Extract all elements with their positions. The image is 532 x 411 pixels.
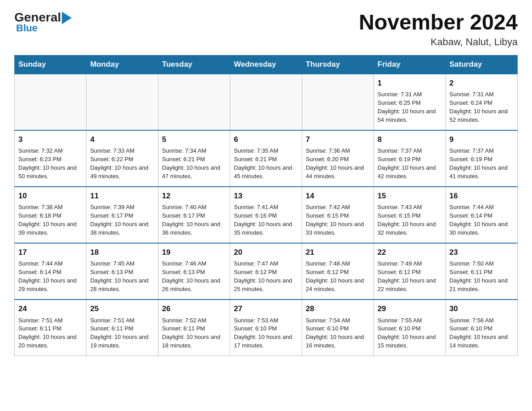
calendar-cell: 1Sunrise: 7:31 AMSunset: 6:25 PMDaylight…	[374, 74, 446, 130]
day-number: 23	[450, 247, 514, 258]
calendar-cell: 8Sunrise: 7:37 AMSunset: 6:19 PMDaylight…	[374, 130, 446, 187]
day-number: 12	[162, 191, 226, 202]
calendar-cell: 14Sunrise: 7:42 AMSunset: 6:15 PMDayligh…	[302, 187, 373, 243]
day-number: 8	[378, 134, 442, 146]
day-number: 13	[234, 191, 298, 202]
weekday-sunday: Sunday	[15, 55, 86, 74]
day-number: 25	[90, 304, 154, 315]
calendar-cell: 13Sunrise: 7:41 AMSunset: 6:16 PMDayligh…	[230, 187, 302, 243]
day-number: 9	[450, 134, 514, 146]
day-info: Sunrise: 7:31 AMSunset: 6:25 PMDaylight:…	[378, 90, 442, 124]
day-number: 21	[306, 247, 370, 258]
calendar-cell: 10Sunrise: 7:38 AMSunset: 6:18 PMDayligh…	[15, 187, 86, 243]
calendar-cell: 11Sunrise: 7:39 AMSunset: 6:17 PMDayligh…	[86, 187, 158, 243]
day-number: 10	[18, 191, 82, 202]
calendar-cell: 25Sunrise: 7:51 AMSunset: 6:11 PMDayligh…	[86, 300, 158, 356]
day-info: Sunrise: 7:34 AMSunset: 6:21 PMDaylight:…	[162, 147, 226, 180]
calendar-cell: 26Sunrise: 7:52 AMSunset: 6:11 PMDayligh…	[158, 300, 230, 356]
day-number: 14	[306, 191, 370, 202]
calendar-cell: 30Sunrise: 7:56 AMSunset: 6:10 PMDayligh…	[446, 300, 517, 356]
day-info: Sunrise: 7:42 AMSunset: 6:15 PMDaylight:…	[306, 203, 370, 237]
day-number: 11	[90, 191, 154, 202]
location-title: Kabaw, Nalut, Libya	[359, 36, 518, 48]
day-info: Sunrise: 7:39 AMSunset: 6:17 PMDaylight:…	[90, 203, 154, 237]
calendar-cell: 19Sunrise: 7:46 AMSunset: 6:13 PMDayligh…	[158, 243, 230, 300]
calendar-cell: 20Sunrise: 7:47 AMSunset: 6:12 PMDayligh…	[230, 243, 302, 300]
day-number: 7	[306, 134, 370, 146]
day-number: 29	[378, 304, 442, 315]
calendar-week-2: 3Sunrise: 7:32 AMSunset: 6:23 PMDaylight…	[15, 130, 518, 187]
day-info: Sunrise: 7:53 AMSunset: 6:10 PMDaylight:…	[234, 317, 298, 350]
day-info: Sunrise: 7:47 AMSunset: 6:12 PMDaylight:…	[234, 260, 298, 293]
day-number: 3	[18, 134, 82, 146]
calendar-cell	[86, 74, 158, 130]
day-number: 2	[450, 78, 514, 89]
day-info: Sunrise: 7:44 AMSunset: 6:14 PMDaylight:…	[450, 203, 514, 237]
day-number: 26	[162, 304, 226, 315]
logo-general: General	[14, 11, 61, 24]
logo-arrow-icon	[62, 12, 72, 24]
calendar-cell	[158, 74, 230, 130]
weekday-friday: Friday	[374, 55, 446, 74]
day-number: 27	[234, 304, 298, 315]
weekday-thursday: Thursday	[302, 55, 373, 74]
calendar-cell	[230, 74, 302, 130]
svg-marker-0	[62, 12, 72, 24]
day-info: Sunrise: 7:51 AMSunset: 6:11 PMDaylight:…	[18, 317, 82, 350]
calendar-week-1: 1Sunrise: 7:31 AMSunset: 6:25 PMDaylight…	[15, 74, 518, 130]
day-number: 1	[378, 78, 442, 89]
day-info: Sunrise: 7:49 AMSunset: 6:12 PMDaylight:…	[378, 260, 442, 293]
calendar-cell: 22Sunrise: 7:49 AMSunset: 6:12 PMDayligh…	[374, 243, 446, 300]
calendar-cell: 2Sunrise: 7:31 AMSunset: 6:24 PMDaylight…	[446, 74, 517, 130]
calendar-cell: 3Sunrise: 7:32 AMSunset: 6:23 PMDaylight…	[15, 130, 86, 187]
day-info: Sunrise: 7:50 AMSunset: 6:11 PMDaylight:…	[450, 260, 514, 293]
day-info: Sunrise: 7:46 AMSunset: 6:13 PMDaylight:…	[162, 260, 226, 293]
weekday-header-row: SundayMondayTuesdayWednesdayThursdayFrid…	[15, 55, 518, 74]
day-info: Sunrise: 7:48 AMSunset: 6:12 PMDaylight:…	[306, 260, 370, 293]
day-info: Sunrise: 7:44 AMSunset: 6:14 PMDaylight:…	[18, 260, 82, 293]
day-number: 5	[162, 134, 226, 146]
day-info: Sunrise: 7:37 AMSunset: 6:19 PMDaylight:…	[450, 147, 514, 180]
day-number: 15	[378, 191, 442, 202]
calendar-cell: 17Sunrise: 7:44 AMSunset: 6:14 PMDayligh…	[15, 243, 86, 300]
calendar-cell: 6Sunrise: 7:35 AMSunset: 6:21 PMDaylight…	[230, 130, 302, 187]
calendar-cell: 12Sunrise: 7:40 AMSunset: 6:17 PMDayligh…	[158, 187, 230, 243]
day-info: Sunrise: 7:31 AMSunset: 6:24 PMDaylight:…	[450, 90, 514, 124]
day-info: Sunrise: 7:33 AMSunset: 6:22 PMDaylight:…	[90, 147, 154, 180]
day-info: Sunrise: 7:38 AMSunset: 6:18 PMDaylight:…	[18, 203, 82, 237]
calendar-cell: 16Sunrise: 7:44 AMSunset: 6:14 PMDayligh…	[446, 187, 517, 243]
day-number: 20	[234, 247, 298, 258]
day-info: Sunrise: 7:35 AMSunset: 6:21 PMDaylight:…	[234, 147, 298, 180]
title-block: November 2024 Kabaw, Nalut, Libya	[359, 11, 518, 48]
day-info: Sunrise: 7:52 AMSunset: 6:11 PMDaylight:…	[162, 317, 226, 350]
calendar-cell: 23Sunrise: 7:50 AMSunset: 6:11 PMDayligh…	[446, 243, 517, 300]
calendar-week-4: 17Sunrise: 7:44 AMSunset: 6:14 PMDayligh…	[15, 243, 518, 300]
weekday-monday: Monday	[86, 55, 158, 74]
page-header: General Blue November 2024 Kabaw, Nalut,…	[14, 11, 518, 48]
day-number: 4	[90, 134, 154, 146]
day-number: 28	[306, 304, 370, 315]
day-info: Sunrise: 7:37 AMSunset: 6:19 PMDaylight:…	[378, 147, 442, 180]
day-number: 16	[450, 191, 514, 202]
calendar-cell: 15Sunrise: 7:43 AMSunset: 6:15 PMDayligh…	[374, 187, 446, 243]
day-info: Sunrise: 7:36 AMSunset: 6:20 PMDaylight:…	[306, 147, 370, 180]
day-number: 18	[90, 247, 154, 258]
day-number: 6	[234, 134, 298, 146]
calendar-cell: 29Sunrise: 7:55 AMSunset: 6:10 PMDayligh…	[374, 300, 446, 356]
logo-blue: Blue	[16, 22, 38, 34]
weekday-saturday: Saturday	[446, 55, 517, 74]
calendar-cell: 4Sunrise: 7:33 AMSunset: 6:22 PMDaylight…	[86, 130, 158, 187]
calendar-cell: 9Sunrise: 7:37 AMSunset: 6:19 PMDaylight…	[446, 130, 517, 187]
calendar-cell: 5Sunrise: 7:34 AMSunset: 6:21 PMDaylight…	[158, 130, 230, 187]
day-info: Sunrise: 7:45 AMSunset: 6:13 PMDaylight:…	[90, 260, 154, 293]
day-number: 17	[18, 247, 82, 258]
calendar-cell	[302, 74, 373, 130]
calendar-table: SundayMondayTuesdayWednesdayThursdayFrid…	[14, 55, 518, 356]
calendar-cell: 7Sunrise: 7:36 AMSunset: 6:20 PMDaylight…	[302, 130, 373, 187]
calendar-cell: 24Sunrise: 7:51 AMSunset: 6:11 PMDayligh…	[15, 300, 86, 356]
calendar-cell: 21Sunrise: 7:48 AMSunset: 6:12 PMDayligh…	[302, 243, 373, 300]
calendar-cell: 28Sunrise: 7:54 AMSunset: 6:10 PMDayligh…	[302, 300, 373, 356]
month-title: November 2024	[359, 11, 518, 34]
day-info: Sunrise: 7:51 AMSunset: 6:11 PMDaylight:…	[90, 317, 154, 350]
day-number: 30	[450, 304, 514, 315]
